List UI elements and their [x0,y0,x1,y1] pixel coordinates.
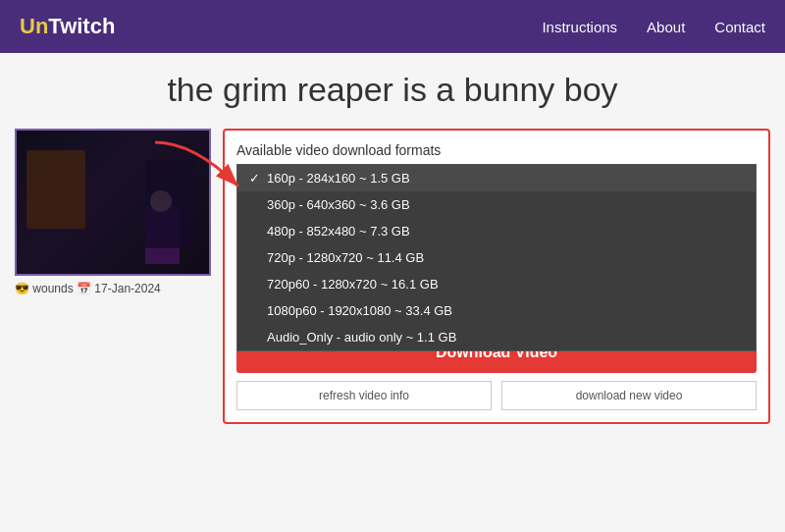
video-thumbnail [15,129,211,276]
format-option-480p[interactable]: 480p - 852x480 ~ 7.3 GB [237,218,756,244]
format-label: Available video download formats [236,142,757,158]
format-option-label: Audio_Only - audio only ~ 1.1 GB [267,330,456,345]
format-option-label: 160p - 284x160 ~ 1.5 GB [267,171,410,186]
format-option-160p[interactable]: ✓ 160p - 284x160 ~ 1.5 GB [237,165,756,191]
video-username: 😎 wounds 📅 17-Jan-2024 [15,282,161,295]
character-figure [145,205,180,264]
page-title: the grim reaper is a bunny boy [0,53,785,119]
logo-twitch: Twitch [48,14,115,38]
logo-un: Un [20,14,48,38]
format-options-list: ✓ 160p - 284x160 ~ 1.5 GB 360p - 640x360… [236,164,757,351]
bottom-buttons: refresh video info download new video [236,381,757,410]
nav-instructions[interactable]: Instructions [542,19,617,35]
format-option-audio-only[interactable]: Audio_Only - audio only ~ 1.1 GB [237,324,756,350]
format-option-label: 480p - 852x480 ~ 7.3 GB [267,224,410,239]
nav-contact[interactable]: Contact [714,19,765,35]
video-info: 😎 wounds 📅 17-Jan-2024 [15,282,211,295]
format-option-360p[interactable]: 360p - 640x360 ~ 3.6 GB [237,191,756,218]
nav-about[interactable]: About [647,19,685,35]
format-option-1080p60[interactable]: 1080p60 - 1920x1080 ~ 33.4 GB [237,297,756,324]
format-option-label: 1080p60 - 1920x1080 ~ 33.4 GB [267,303,452,318]
refresh-video-info-button[interactable]: refresh video info [236,381,492,410]
video-panel: 😎 wounds 📅 17-Jan-2024 [15,129,211,424]
format-option-720p60[interactable]: 720p60 - 1280x720 ~ 16.1 GB [237,271,756,297]
format-option-720p[interactable]: 720p - 1280x720 ~ 11.4 GB [237,244,756,271]
header: UnTwitch Instructions About Contact [0,0,785,53]
download-panel: Available video download formats ✓ 160p … [223,129,770,424]
format-option-label: 720p - 1280x720 ~ 11.4 GB [267,250,424,265]
check-icon: ✓ [249,171,261,186]
format-option-label: 720p60 - 1280x720 ~ 16.1 GB [267,277,439,292]
game-background [17,131,209,274]
format-option-label: 360p - 640x360 ~ 3.6 GB [267,197,410,212]
site-logo: UnTwitch [20,14,115,39]
main-nav: Instructions About Contact [542,19,765,35]
main-content: 😎 wounds 📅 17-Jan-2024 Available video d… [0,119,785,434]
download-new-video-button[interactable]: download new video [501,381,757,410]
